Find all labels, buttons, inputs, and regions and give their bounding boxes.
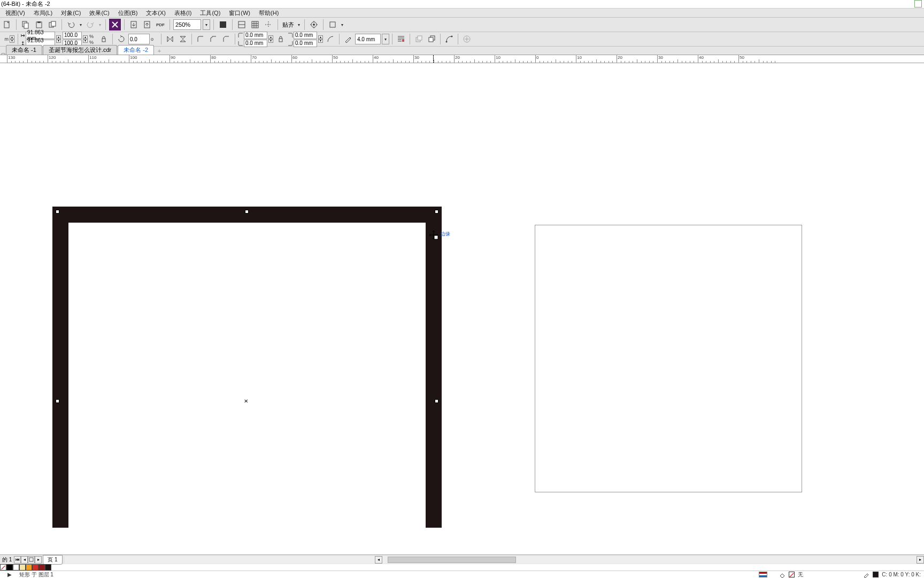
corner-l-spinner[interactable]: ▴▾ [268,35,274,43]
corner2-input[interactable]: 0.0 mm [244,40,267,47]
guides-button[interactable] [263,19,274,31]
corner3-input[interactable]: 0.0 mm [294,32,317,39]
menu-text[interactable]: 文本(X) [142,9,170,17]
hscroll-right-button[interactable]: ▸ [917,556,924,564]
corner-chamfer-button[interactable] [220,33,232,45]
mirror-v-button[interactable] [177,33,189,45]
handle-e[interactable] [435,399,438,403]
export-file-button[interactable] [141,19,153,31]
ruler-subtick [186,61,186,63]
tab-welcome[interactable] [1,53,5,55]
color-swatch[interactable] [6,564,13,571]
angle-input[interactable]: 0.0 [128,34,150,44]
page-add-button[interactable] [28,556,35,564]
ruler-horizontal[interactable]: // placeholder for ruler ticks inserted … [0,55,924,63]
handle-n[interactable] [245,210,249,214]
launch-button[interactable] [327,19,338,31]
pct-label: % [89,34,97,39]
ruler-subtick [222,61,223,63]
menu-table[interactable]: 表格(I) [170,9,196,17]
handle-ne[interactable] [435,210,438,214]
pos-spinner[interactable]: ▴▾ [10,35,15,43]
scale-x-input[interactable]: 100.0 [63,32,82,39]
menu-bar: 视图(V) 布局(L) 对象(C) 效果(C) 位图(B) 文本(X) 表格(I… [0,9,924,18]
horizontal-scrollbar[interactable]: ◂ ▸ [65,556,924,564]
selection-center[interactable]: ✕ [244,398,248,404]
color-swatch[interactable] [38,564,45,571]
redo-dropdown[interactable] [98,19,102,31]
page-prev-button[interactable]: ◂ [21,556,28,564]
outline-color-swatch[interactable] [873,572,879,577]
outline-dropdown[interactable] [382,34,389,44]
zoom-dropdown[interactable] [203,19,210,30]
tab-add-button[interactable]: + [156,47,163,55]
menu-bitmap[interactable]: 位图(B) [114,9,142,17]
ruler-subtick [661,61,662,63]
import-button[interactable] [109,19,121,31]
color-swatch[interactable] [26,564,32,571]
corner-lock-button[interactable] [275,33,287,45]
ruler-subtick [499,61,499,63]
import-file-button[interactable] [128,19,140,31]
handle-nw[interactable] [56,210,59,214]
selected-rectangle[interactable]: ✕ [52,207,442,528]
corner-r-spinner[interactable]: ▴▾ [318,35,324,43]
corner4-input[interactable]: 0.0 mm [294,40,317,47]
launch-dropdown[interactable] [340,19,344,31]
ruler-subtick [487,61,487,63]
undo-button[interactable] [65,19,77,31]
color-swatch[interactable] [45,564,51,571]
tab-doc2[interactable]: 圣诞节海报怎么设计.cdr [43,45,117,55]
menu-window[interactable]: 窗口(W) [225,9,255,17]
tab-doc1[interactable]: 未命名 -1 [6,45,42,55]
mirror-h-button[interactable] [164,33,176,45]
menu-tools[interactable]: 工具(Q) [196,9,225,17]
pdf-button[interactable]: PDF [155,19,166,31]
grid2-button[interactable] [249,19,261,31]
menu-layout[interactable]: 布局(L) [29,9,57,17]
color-swatch[interactable] [32,564,38,571]
redo-button[interactable] [84,19,96,31]
tab-doc3[interactable]: 未命名 -2 [118,45,154,55]
grid-button[interactable] [236,19,248,31]
menu-help[interactable]: 帮助(H) [255,9,283,17]
color-proof-icon[interactable] [759,572,767,577]
add-button[interactable] [461,33,473,45]
zoom-input[interactable]: 250% [173,19,201,30]
corner-scallop-button[interactable] [207,33,219,45]
menu-effect[interactable]: 效果(C) [85,9,113,17]
convert-curves-button[interactable] [443,33,455,45]
window-help-icon[interactable] [914,0,922,7]
snap-label[interactable]: 贴齐 [281,21,295,29]
color-swatch[interactable] [19,564,26,571]
undo-dropdown[interactable] [79,19,83,31]
size-spinner[interactable]: ▴▾ [56,35,61,43]
page-tab-1[interactable]: 页 1 [43,555,62,565]
hscroll-track[interactable] [382,556,917,564]
new-button[interactable] [1,19,13,31]
to-back-button[interactable] [426,33,437,45]
menu-object[interactable]: 对象(C) [57,9,85,17]
scale-spinner[interactable]: ▴▾ [83,35,88,43]
corner1-input[interactable]: 0.0 mm [244,32,267,39]
wrap-text-button[interactable] [395,33,407,45]
handle-w[interactable] [56,399,59,403]
page-first-button[interactable]: ⏮ [14,556,21,564]
corner-round-button[interactable] [195,33,206,45]
outline-width-input[interactable]: 4.0 mm [355,34,381,44]
relative-corner-button[interactable] [325,33,336,45]
menu-view[interactable]: 视图(V) [1,9,29,17]
color-swatch[interactable] [0,564,6,571]
hscroll-thumb[interactable] [388,557,516,563]
fill-none-icon[interactable] [789,572,795,577]
lock-ratio-button[interactable] [98,33,110,45]
to-front-button[interactable] [413,33,425,45]
page-next-button[interactable]: ▸ [35,556,42,564]
fullscreen-button[interactable] [217,19,229,31]
options-button[interactable] [308,19,320,31]
ruler-subtick [677,59,678,63]
canvas[interactable]: ✕ 边缘 [0,66,924,554]
snap-dropdown[interactable] [297,19,301,31]
hscroll-left-button[interactable]: ◂ [375,556,382,564]
color-swatch[interactable] [13,564,19,571]
